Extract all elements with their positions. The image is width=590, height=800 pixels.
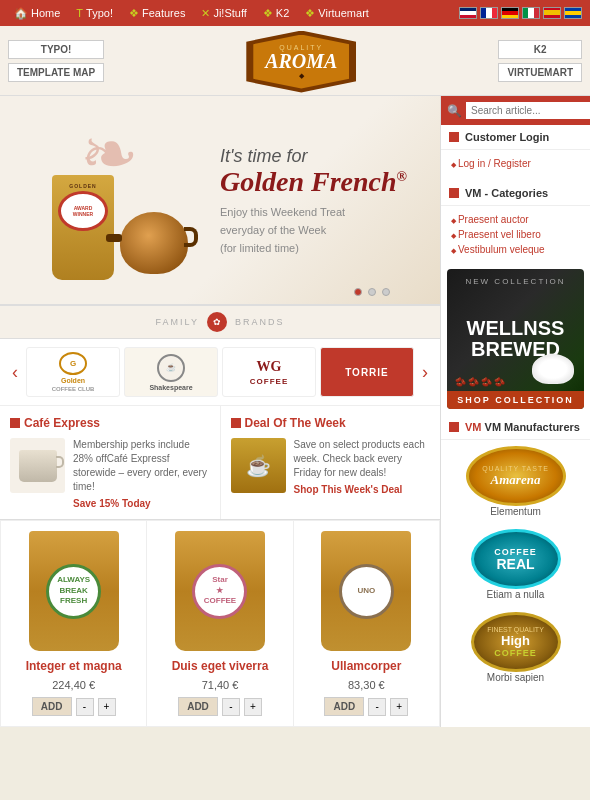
product-image-2: Star★COFFEE bbox=[175, 531, 265, 651]
new-collection-label: NEW COLLECTION bbox=[465, 277, 565, 286]
main-content: GOLDEN AWARDWINNER ❧ It's time for bbox=[0, 96, 440, 727]
hero-description: Enjoy this Weekend Treat everyday of the… bbox=[220, 206, 410, 254]
customer-login-title: Customer Login bbox=[441, 125, 590, 150]
sidebar: 🔍 Customer Login Log in / Register VM - … bbox=[440, 96, 590, 727]
deal-week-label: Deal Of The Week bbox=[245, 416, 346, 430]
cat-item-1[interactable]: Praesent auctor bbox=[451, 212, 580, 227]
mug-image bbox=[19, 450, 57, 482]
manufacturer-high[interactable]: FINEST QUALITY High COFFEE Morbi sapien bbox=[447, 612, 584, 689]
product-image-1: ALWAYSBREAKFRESH bbox=[29, 531, 119, 651]
collection-banner[interactable]: NEW COLLECTION WELLNSS BREWED 🫘🫘🫘🫘 SHOP … bbox=[447, 269, 584, 409]
manufacturer-real[interactable]: COFFEE REAL Etiam a nulla bbox=[447, 529, 584, 606]
flag-gb[interactable] bbox=[459, 7, 477, 19]
brand-wg-coffee[interactable]: WG COFFEE bbox=[222, 347, 316, 397]
product-badge-1: ALWAYSBREAKFRESH bbox=[46, 564, 101, 619]
product-add-row-3: ADD - + bbox=[324, 697, 408, 716]
qty-minus-3[interactable]: - bbox=[368, 698, 386, 716]
coffee-beans: 🫘🫘🫘🫘 bbox=[455, 377, 510, 387]
product-card-1: ALWAYSBREAKFRESH Integer et magna 224,40… bbox=[1, 521, 146, 726]
qty-plus-1[interactable]: + bbox=[98, 698, 116, 716]
title-square-icon bbox=[10, 418, 20, 428]
nav-home[interactable]: 🏠 Home bbox=[8, 7, 66, 20]
add-button-3[interactable]: ADD bbox=[324, 697, 364, 716]
brands-bar: FAMILY ✿ BRANDS bbox=[0, 306, 440, 339]
hero-slider: GOLDEN AWARDWINNER ❧ It's time for bbox=[0, 96, 440, 306]
slider-dot-2[interactable] bbox=[368, 288, 376, 296]
add-button-2[interactable]: ADD bbox=[178, 697, 218, 716]
amarena-badge: QUALITY TASTE Amarena bbox=[466, 446, 566, 506]
cafe-express-link[interactable]: Save 15% Today bbox=[73, 498, 210, 509]
nav-typo[interactable]: T Typo! bbox=[70, 7, 119, 19]
product-card-3: UNO Ullamcorper 83,30 € ADD - + bbox=[294, 521, 439, 726]
flag-de[interactable] bbox=[501, 7, 519, 19]
brand-golden[interactable]: G Golden COFFEE CLUB bbox=[26, 347, 120, 397]
template-map-button[interactable]: TEMPLATE MAP bbox=[8, 63, 104, 82]
nav-features[interactable]: ❖ Features bbox=[123, 7, 191, 20]
login-register-link[interactable]: Log in / Register bbox=[451, 156, 580, 171]
sidebar-search: 🔍 bbox=[441, 96, 590, 125]
site-logo[interactable]: QUALITY AROMA ◆ bbox=[246, 31, 356, 91]
flag-it[interactable] bbox=[522, 7, 540, 19]
cafe-express-title: Café Express bbox=[10, 416, 210, 430]
virtuemart-icon: ❖ bbox=[305, 7, 315, 20]
product-add-row-1: ADD - + bbox=[32, 697, 116, 716]
vm-manufacturers-title: VM VM Manufacturers bbox=[441, 415, 590, 440]
deal-week-title: Deal Of The Week bbox=[231, 416, 431, 430]
collection-line1: WELLNSS bbox=[467, 318, 565, 338]
jistuff-icon: ✕ bbox=[201, 7, 210, 20]
cat-item-3[interactable]: Vestibulum veleque bbox=[451, 242, 580, 257]
manufacturer-amarena[interactable]: QUALITY TASTE Amarena Elementum bbox=[447, 446, 584, 523]
product-name-2[interactable]: Duis eget viverra bbox=[172, 659, 269, 673]
customer-login-body: Log in / Register bbox=[441, 150, 590, 177]
nav-k2[interactable]: ❖ K2 bbox=[257, 7, 295, 20]
nav-jistuff[interactable]: ✕ Ji!Stuff bbox=[195, 7, 252, 20]
deal-week-link[interactable]: Shop This Week's Deal bbox=[294, 484, 431, 495]
top-navigation: 🏠 Home T Typo! ❖ Features ✕ Ji!Stuff ❖ K… bbox=[0, 0, 590, 26]
manufacturer-label-3: Morbi sapien bbox=[487, 672, 544, 683]
slider-dot-3[interactable] bbox=[382, 288, 390, 296]
promo-row: Café Express Membership perks include 28… bbox=[0, 406, 440, 520]
typo-icon: T bbox=[76, 7, 83, 19]
flag-ro[interactable] bbox=[564, 7, 582, 19]
product-name-1[interactable]: Integer et magna bbox=[26, 659, 122, 673]
flag-fr[interactable] bbox=[480, 7, 498, 19]
qty-plus-2[interactable]: + bbox=[244, 698, 262, 716]
product-name-3[interactable]: Ullamcorper bbox=[331, 659, 401, 673]
family-label: FAMILY bbox=[156, 317, 199, 327]
nav-virtuemart[interactable]: ❖ Virtuemart bbox=[299, 7, 375, 20]
brands-label: BRANDS bbox=[235, 317, 285, 327]
title-square-icon-3 bbox=[449, 132, 459, 142]
search-input[interactable] bbox=[466, 102, 590, 119]
k2-button[interactable]: K2 bbox=[498, 40, 582, 59]
main-layout: GOLDEN AWARDWINNER ❧ It's time for bbox=[0, 96, 590, 727]
title-square-icon-4 bbox=[449, 188, 459, 198]
brand-next-arrow[interactable]: › bbox=[418, 362, 432, 383]
slider-dot-1[interactable] bbox=[354, 288, 362, 296]
qty-minus-1[interactable]: - bbox=[76, 698, 94, 716]
cafe-express-image bbox=[10, 438, 65, 493]
cafe-express-section: Café Express Membership perks include 28… bbox=[0, 406, 221, 519]
brand-prev-arrow[interactable]: ‹ bbox=[8, 362, 22, 383]
cat-item-2[interactable]: Praesent vel libero bbox=[451, 227, 580, 242]
deal-week-content: Save on select products each week. Check… bbox=[231, 438, 431, 495]
logo-name: AROMA bbox=[265, 51, 337, 71]
shop-collection-button[interactable]: SHOP COLLECTION bbox=[447, 391, 584, 409]
product-add-row-2: ADD - + bbox=[178, 697, 262, 716]
qty-plus-3[interactable]: + bbox=[390, 698, 408, 716]
title-square-icon-2 bbox=[231, 418, 241, 428]
products-row: ALWAYSBREAKFRESH Integer et magna 224,40… bbox=[0, 520, 440, 727]
deal-image bbox=[231, 438, 286, 493]
hero-title: Golden French® bbox=[220, 167, 410, 198]
virtuemart-button[interactable]: VIRTUEMART bbox=[498, 63, 582, 82]
product-badge-2: Star★COFFEE bbox=[192, 564, 247, 619]
qty-minus-2[interactable]: - bbox=[222, 698, 240, 716]
brand-torrie[interactable]: TORRIE bbox=[320, 347, 414, 397]
collection-cup bbox=[532, 354, 574, 384]
high-badge: FINEST QUALITY High COFFEE bbox=[471, 612, 561, 672]
brand-shakespeare[interactable]: ☕ Shakespeare bbox=[124, 347, 218, 397]
typo-button[interactable]: TYPO! bbox=[8, 40, 104, 59]
vm-categories-title: VM - Categories bbox=[441, 181, 590, 206]
add-button-1[interactable]: ADD bbox=[32, 697, 72, 716]
brands-icon: ✿ bbox=[207, 312, 227, 332]
flag-es[interactable] bbox=[543, 7, 561, 19]
